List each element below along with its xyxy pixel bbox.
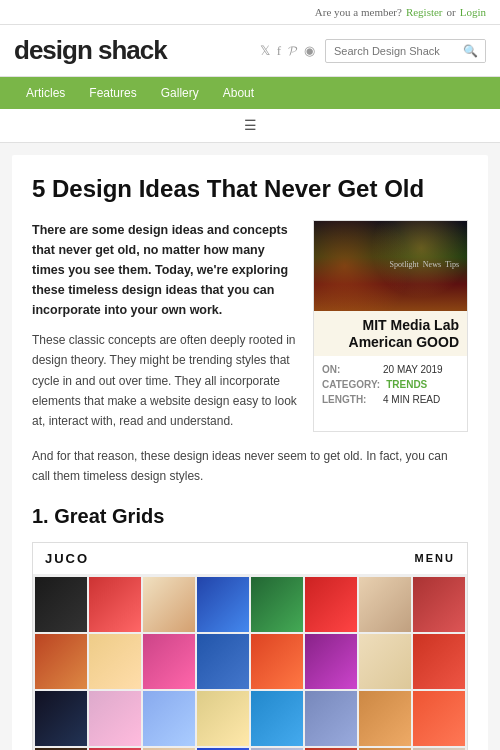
grid-cell-8	[413, 577, 465, 632]
grid-cell-24	[413, 691, 465, 746]
lead-paragraph: There are some design ideas and concepts…	[32, 220, 297, 320]
intro-text: There are some design ideas and concepts…	[32, 220, 297, 432]
grid-header: JUCO MENU	[33, 543, 467, 575]
logo-part2: shack	[98, 35, 167, 65]
photo-grid	[33, 575, 467, 750]
header-right: 𝕏 f 𝓟 ◉ 🔍	[260, 39, 486, 63]
search-button[interactable]: 🔍	[456, 40, 485, 62]
grid-cell-13	[251, 634, 303, 689]
tag2: News	[423, 260, 441, 269]
body-paragraph-2: And for that reason, these design ideas …	[32, 446, 468, 487]
meta-category-label: CATEGORY:	[322, 379, 380, 390]
login-link[interactable]: Login	[460, 6, 486, 18]
nav-features[interactable]: Features	[77, 77, 148, 109]
register-link[interactable]: Register	[406, 6, 443, 18]
grid-cell-14	[305, 634, 357, 689]
body-paragraph-1: These classic concepts are often deeply …	[32, 330, 297, 432]
grid-menu-label: MENU	[415, 552, 455, 564]
sidebar-card-image: Spotlight News Tips	[314, 221, 467, 311]
grid-cell-3	[143, 577, 195, 632]
meta-category-value: TRENDS	[386, 379, 427, 390]
sidebar-tags: Spotlight News Tips	[389, 260, 459, 269]
grid-cell-10	[89, 634, 141, 689]
meta-length-value: 4 MIN READ	[383, 394, 440, 405]
grid-preview: JUCO MENU	[32, 542, 468, 750]
grid-brand: JUCO	[45, 551, 89, 566]
grid-cell-11	[143, 634, 195, 689]
tag3: Tips	[445, 260, 459, 269]
main-nav: Articles Features Gallery About	[0, 77, 500, 109]
meta-on-label: ON:	[322, 364, 377, 375]
rss-icon[interactable]: ◉	[304, 43, 315, 59]
hamburger-icon[interactable]: ☰	[244, 118, 257, 133]
meta-on-row: ON: 20 MAY 2019	[322, 364, 459, 375]
nav-gallery[interactable]: Gallery	[149, 77, 211, 109]
grid-cell-16	[413, 634, 465, 689]
search-input[interactable]	[326, 41, 456, 61]
meta-category-row: CATEGORY: TRENDS	[322, 379, 459, 390]
pinterest-icon[interactable]: 𝓟	[288, 43, 297, 59]
grid-cell-15	[359, 634, 411, 689]
meta-length-row: LENGTH: 4 MIN READ	[322, 394, 459, 405]
grid-cell-22	[305, 691, 357, 746]
article-title: 5 Design Ideas That Never Get Old	[32, 175, 468, 204]
intro-section: There are some design ideas and concepts…	[32, 220, 468, 432]
logo-part1: design	[14, 35, 92, 65]
grid-cell-23	[359, 691, 411, 746]
search-box[interactable]: 🔍	[325, 39, 486, 63]
nav-about[interactable]: About	[211, 77, 266, 109]
logo[interactable]: design shack	[14, 35, 167, 66]
meta-length-label: LENGTH:	[322, 394, 377, 405]
meta-on-value: 20 MAY 2019	[383, 364, 443, 375]
grid-cell-18	[89, 691, 141, 746]
grid-cell-7	[359, 577, 411, 632]
sidebar-meta: ON: 20 MAY 2019 CATEGORY: TRENDS LENGTH:…	[314, 356, 467, 417]
grid-cell-9	[35, 634, 87, 689]
grid-cell-5	[251, 577, 303, 632]
nav-articles[interactable]: Articles	[14, 77, 77, 109]
sidebar-card: Spotlight News Tips MIT Media Lab Americ…	[313, 220, 468, 432]
grid-cell-19	[143, 691, 195, 746]
social-icons: 𝕏 f 𝓟 ◉	[260, 43, 315, 59]
or-text: or	[447, 6, 456, 18]
top-bar: Are you a member? Register or Login	[0, 0, 500, 25]
grid-cell-6	[305, 577, 357, 632]
grid-cell-4	[197, 577, 249, 632]
twitter-icon[interactable]: 𝕏	[260, 43, 270, 59]
tag1: Spotlight	[389, 260, 418, 269]
facebook-icon[interactable]: f	[277, 43, 281, 59]
hamburger-bar: ☰	[0, 109, 500, 143]
grid-cell-12	[197, 634, 249, 689]
header: design shack 𝕏 f 𝓟 ◉ 🔍	[0, 25, 500, 77]
grid-cell-17	[35, 691, 87, 746]
grid-cell-21	[251, 691, 303, 746]
main-content: 5 Design Ideas That Never Get Old There …	[12, 155, 488, 750]
grid-cell-20	[197, 691, 249, 746]
grid-cell-1	[35, 577, 87, 632]
sidebar-card-title: MIT Media Lab American GOOD	[314, 311, 467, 357]
member-text: Are you a member?	[315, 6, 402, 18]
section1-heading: 1. Great Grids	[32, 505, 468, 528]
grid-cell-2	[89, 577, 141, 632]
